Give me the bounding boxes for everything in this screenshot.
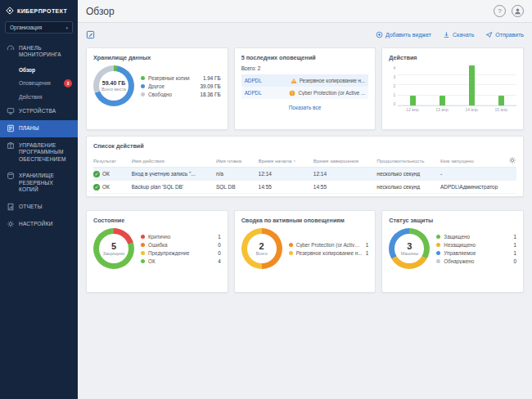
activity-row[interactable]: ✓ ОК Backup plan 'SQL DB' SQL DB 14:55 1… [93,181,516,194]
sidebar-item-devices[interactable]: УСТРОЙСТВА [0,103,78,120]
legend-dot [436,235,440,239]
legend-item: Другое 39.09 ГБ [141,83,221,89]
sidebar-item-software-management[interactable]: УПРАВЛЕНИЕ ПРОГРАММНЫМ ОБЕСПЕЧЕНИЕМ [0,137,78,168]
sidebar-item-label: ХРАНИЛИЩЕ РЕЗЕРВНЫХ КОПИЙ [19,173,72,193]
legend-dot [141,92,145,96]
sidebar: КИБЕРПРОТЕКТ Организация ▾ ПАНЕЛЬ МОНИТО… [0,0,78,399]
widget-title: 5 последних оповещений [241,54,369,61]
table-header: Результат Имя действия Имя плана Время н… [93,154,516,168]
sidebar-nav: ПАНЕЛЬ МОНИТОРИНГА Обзор Оповещения 3 Де… [0,40,78,233]
start-time: 12:14 [259,171,313,177]
app-logo: КИБЕРПРОТЕКТ [0,0,78,20]
sidebar-item-reports[interactable]: ОТЧЕТЫ [0,199,78,216]
legend-dot [436,259,440,263]
alert-row[interactable]: ADPDL Резервное копирование н... [241,74,369,87]
end-time: 14:55 [313,184,377,190]
activity-list-widget: Список действий Результат Имя действия И… [86,136,524,197]
send-button[interactable]: Отправить [485,31,524,38]
column-header-started-by[interactable]: Кем запущено [440,158,507,164]
organization-selector[interactable]: Организация ▾ [5,21,73,34]
sidebar-item-alerts[interactable]: Оповещения 3 [0,76,78,91]
main-area: Обзор ? [78,0,532,399]
legend-item: ОК 4 [141,258,221,264]
column-header-duration[interactable]: Продолжительность [376,158,440,164]
legend-dot [436,251,440,255]
alerts-count-badge: 3 [64,79,72,87]
end-time: 12:14 [313,171,377,177]
started-by: ADPDL\Администратор [440,184,516,190]
page-title: Обзор [86,6,115,17]
column-header-plan-name[interactable]: Имя плана [216,158,259,164]
sidebar-subitem-label: Оповещения [19,80,51,86]
sidebar-item-label: УСТРОЙСТВА [19,108,56,114]
device-link[interactable]: ADPDL [245,90,262,96]
chevron-down-icon: ▾ [65,25,68,30]
widget-settings-gear-icon[interactable] [507,156,516,164]
show-all-link[interactable]: Показать все [241,105,369,110]
legend-item: Критично 1 [141,234,221,240]
sidebar-item-plans[interactable]: ПЛАНЫ [0,120,78,137]
result-label: ОК [102,171,110,177]
device-link[interactable]: ADPDL [245,78,262,83]
sidebar-item-overview[interactable]: Обзор [0,64,78,76]
logo-icon [6,7,14,15]
widget-title: Статус защиты [389,217,516,224]
app-window: КИБЕРПРОТЕКТ Организация ▾ ПАНЕЛЬ МОНИТО… [0,0,532,399]
legend-item: Незащищено 1 [436,242,516,248]
help-icon: ? [498,7,501,15]
legend-item: Резервные копии 1.94 ГБ [141,75,221,81]
download-label: Скачать [453,32,474,38]
latest-alerts-widget: 5 последних оповещений Всего: 2 ADPDL Ре… [234,47,376,130]
success-check-icon: ✓ [93,184,100,191]
state-legend: Критично 1 Ошибка 0 Предупреждение [141,234,221,264]
activity-row[interactable]: ✓ ОК Вход в учетную запись "... n/a 12:1… [93,168,516,181]
column-header-result[interactable]: Результат [93,158,132,164]
add-widget-button[interactable]: Добавить виджет [376,31,431,38]
state-widget: Состояние 5 Защищено Крит [86,210,228,293]
legend-dot [141,84,145,88]
warning-circle-icon [289,90,295,96]
help-button[interactable]: ? [494,5,506,17]
sidebar-item-dashboard[interactable]: ПАНЕЛЬ МОНИТОРИНГА [0,40,78,64]
column-header-start-time[interactable]: Время начала↑ [259,158,313,164]
alerts-summary-legend: Cyber Protection (or Active P... 1 Резер… [289,242,369,256]
dashboard-content: Хранилище данных 59.40 ГБ Всего места [78,43,532,399]
plan-name: SQL DB [216,184,259,190]
started-by: - [440,171,516,177]
column-header-action-name[interactable]: Имя действия [132,158,216,164]
legend-dot [141,235,145,239]
sidebar-item-settings[interactable]: НАСТРОЙКИ [0,216,78,233]
protection-legend: Защищено 1 Незащищено 1 Управляемое [436,234,516,264]
send-icon [485,31,493,38]
action-name: Backup plan 'SQL DB' [132,184,216,190]
sidebar-item-activities[interactable]: Действия [0,91,78,103]
download-icon [443,31,450,38]
sidebar-subitem-label: Обзор [19,67,35,73]
widget-title: Хранилище данных [93,54,221,61]
result-label: ОК [102,184,110,190]
storage-donut-chart: 59.40 ГБ Всего места [93,65,134,106]
legend-item: Ошибка 0 [141,242,221,248]
duration: несколько секунд [376,171,440,177]
top-bar: Обзор ? [78,0,532,23]
download-button[interactable]: Скачать [443,31,474,38]
legend-item: Предупреждение 0 [141,250,221,256]
plans-icon [6,124,15,132]
account-button[interactable] [512,5,524,17]
storage-widget: Хранилище данных 59.40 ГБ Всего места [86,47,228,130]
edit-icon [86,30,95,39]
legend-dot [141,76,145,80]
sidebar-item-backup-storage[interactable]: ХРАНИЛИЩЕ РЕЗЕРВНЫХ КОПИЙ [0,168,78,198]
legend-dot [289,251,293,255]
legend-item: Свободно 18.36 ГБ [141,92,221,97]
alert-message: Cyber Protection (or Active ... [298,90,365,96]
activity-bar [498,96,504,105]
alert-row[interactable]: ADPDL Cyber Protection (or Active ... [241,87,369,99]
plus-circle-icon [376,31,383,38]
column-header-end-time[interactable]: Время завершения [313,158,377,164]
legend-dot [289,243,293,247]
storage-total-label: Всего места [101,87,126,92]
alerts-total: Всего: 2 [241,65,369,71]
gear-icon [6,220,15,228]
edit-dashboard-button[interactable] [86,30,95,39]
